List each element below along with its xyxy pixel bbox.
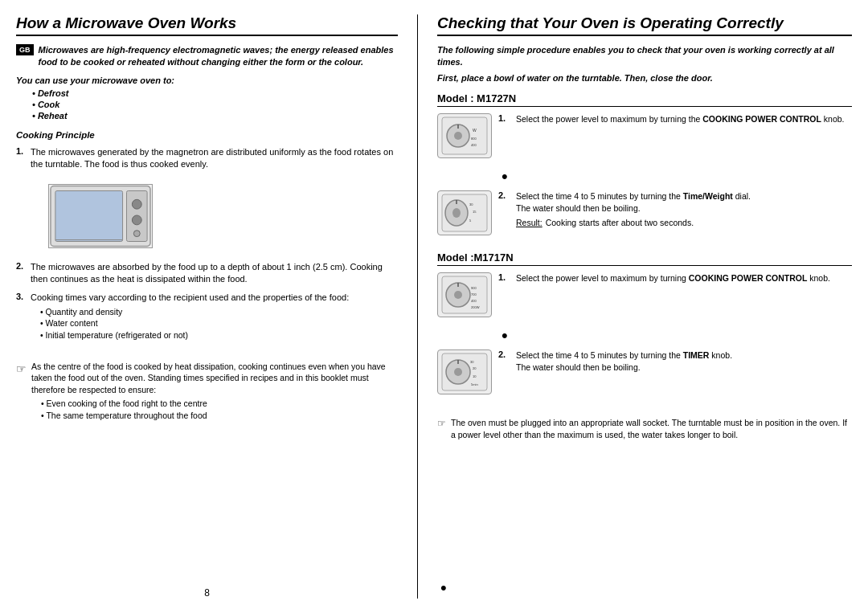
knob-image-1: W 800 400 <box>437 113 492 158</box>
step-num: 1. <box>498 113 510 123</box>
step-num: 2. <box>498 349 510 359</box>
svg-text:20: 20 <box>473 366 477 370</box>
svg-text:400: 400 <box>471 143 477 147</box>
svg-point-4 <box>132 215 141 225</box>
bottom-note: ☞ As the centre of the food is cooked by… <box>16 361 398 421</box>
cooking-steps: 1. The microwaves generated by the magne… <box>16 146 398 348</box>
step-text: Select the power level to maximum by tur… <box>516 113 844 125</box>
model2-title: Model :M1717N <box>437 251 852 266</box>
svg-point-5 <box>133 230 140 236</box>
svg-point-3 <box>132 199 141 209</box>
model2-section: Model :M1717N 900 700 400 200W <box>437 251 852 399</box>
step-1: 1. The microwaves generated by the magne… <box>16 146 398 171</box>
svg-text:W: W <box>473 128 477 133</box>
svg-text:900: 900 <box>471 286 477 290</box>
svg-text:30: 30 <box>470 360 474 364</box>
bullet-separator: • <box>502 166 852 187</box>
left-section-title: How a Microwave Oven Works <box>16 14 398 36</box>
model1-title: Model : M1727N <box>437 92 852 107</box>
step-num: 2. <box>16 261 31 271</box>
list-item: Reheat <box>32 111 398 121</box>
step-text: The microwaves generated by the magnetro… <box>31 146 398 171</box>
step-num: 1. <box>16 146 31 156</box>
knob-image-4: 30 20 10 5min <box>437 349 492 394</box>
gb-badge: GB <box>16 44 34 55</box>
svg-text:400: 400 <box>471 299 477 303</box>
cassette-icon: ☞ <box>16 362 27 375</box>
step-text: The microwaves are absorbed by the food … <box>31 261 398 286</box>
right-section-title: Checking that Your Oven is Operating Cor… <box>437 14 852 36</box>
svg-text:15: 15 <box>473 210 477 214</box>
right-column: Checking that Your Oven is Operating Cor… <box>418 14 852 599</box>
left-intro-text: Microwaves are high-frequency electromag… <box>39 44 399 69</box>
step-2: 2. The microwaves are absorbed by the fo… <box>16 261 398 286</box>
plug-note-text: The oven must be plugged into an appropr… <box>451 417 852 440</box>
svg-text:5min: 5min <box>471 382 478 386</box>
svg-text:700: 700 <box>471 292 477 296</box>
step-text: Select the time 4 to 5 minutes by turnin… <box>516 349 732 373</box>
left-column: How a Microwave Oven Works GB Microwaves… <box>16 14 418 599</box>
step-num: 2. <box>498 190 510 200</box>
model1-step2: 30 15 5 2. Select the time 4 to 5 minute… <box>437 190 852 235</box>
note-text: As the centre of the food is cooked by h… <box>31 362 386 394</box>
model1-step1: W 800 400 1. Select the power level to m… <box>437 113 852 158</box>
plug-icon: ☞ <box>437 418 446 429</box>
svg-rect-1 <box>55 190 123 241</box>
step-num: 1. <box>498 272 510 282</box>
list-item: Cook <box>32 100 398 109</box>
svg-point-16 <box>452 208 461 218</box>
list-item: Defrost <box>32 88 398 98</box>
knob-image-3: 900 700 400 200W <box>437 272 492 317</box>
step-num: 3. <box>16 292 31 301</box>
svg-point-23 <box>454 291 462 299</box>
result-label: Result: <box>516 217 542 229</box>
plug-note-block: ☞ The oven must be plugged into an appro… <box>437 417 852 440</box>
svg-point-9 <box>454 132 462 140</box>
cooking-principle-heading: Cooking Principle <box>16 130 398 140</box>
microwave-image <box>48 184 153 248</box>
note-subitems: Even cooking of the food right to the ce… <box>31 398 398 421</box>
step-text: Select the time 4 to 5 minutes by turnin… <box>516 190 751 228</box>
right-intro2: First, place a bowl of water on the turn… <box>437 72 852 84</box>
model2-step2: 30 20 10 5min 2. Select the time 4 to 5 … <box>437 349 852 394</box>
model1-section: Model : M1727N W 800 400 <box>437 92 852 240</box>
svg-text:10: 10 <box>473 374 477 378</box>
step3-subitems: Quantity and density Water content Initi… <box>31 306 349 341</box>
page-number: 8 <box>16 579 398 599</box>
can-use-list: Defrost Cook Reheat <box>16 88 398 122</box>
svg-text:800: 800 <box>471 137 477 141</box>
knob-image-2: 30 15 5 <box>437 190 492 235</box>
step-3: 3. Cooking times vary according to the r… <box>16 292 398 341</box>
svg-text:200W: 200W <box>471 305 480 309</box>
result-text: Cooking starts after about two seconds. <box>546 217 694 229</box>
model2-step1: 900 700 400 200W 1. Select the power lev… <box>437 272 852 317</box>
bottom-bullet: • <box>440 578 852 599</box>
bullet-separator2: • <box>502 325 852 346</box>
right-intro1: The following simple procedure enables y… <box>437 44 852 69</box>
svg-text:30: 30 <box>469 202 473 206</box>
can-use-label: You can use your microwave oven to: <box>16 76 398 85</box>
step-text: Select the power level to maximum by tur… <box>516 272 830 284</box>
svg-point-31 <box>454 368 462 376</box>
step-text: Cooking times vary according to the reci… <box>31 292 349 341</box>
